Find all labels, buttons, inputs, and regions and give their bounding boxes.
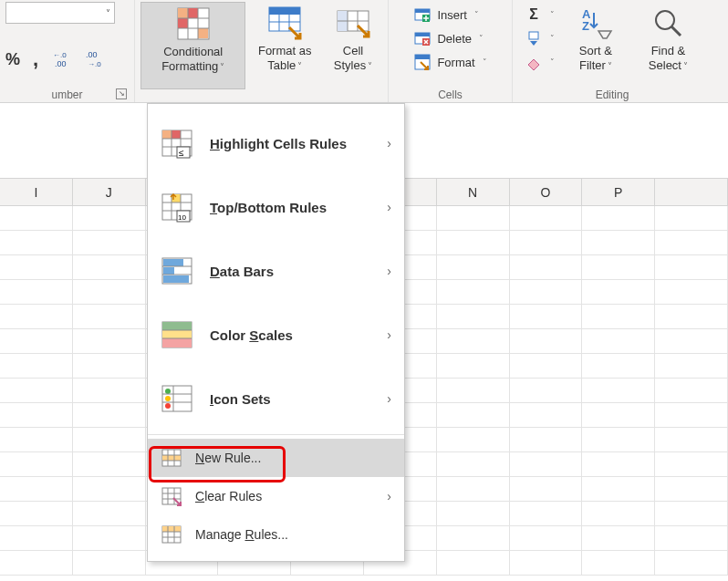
cell[interactable] (437, 379, 510, 403)
cell[interactable] (510, 452, 583, 477)
column-header[interactable]: J (73, 179, 146, 206)
cell[interactable] (437, 403, 510, 428)
autosum-button[interactable]: Σ˅ (522, 4, 557, 26)
cell[interactable] (437, 305, 510, 329)
cell[interactable] (437, 452, 510, 477)
cell[interactable] (582, 403, 655, 428)
cell[interactable] (655, 551, 728, 576)
cell[interactable] (73, 280, 146, 305)
cell[interactable] (655, 452, 728, 477)
cell[interactable] (582, 255, 655, 280)
find-select-button[interactable]: Find & Select˅ (630, 2, 706, 89)
cell[interactable] (0, 502, 73, 526)
conditional-formatting-button[interactable]: Conditional Formatting˅ (140, 2, 245, 89)
cell[interactable] (0, 477, 73, 502)
cell[interactable] (73, 231, 146, 255)
decrease-decimal-button[interactable]: .00→.0 (84, 48, 109, 70)
cell[interactable] (510, 231, 583, 255)
menu-data-bars[interactable]: Data Bars › (148, 239, 404, 303)
cell[interactable] (437, 329, 510, 354)
menu-color-scales[interactable]: Color Scales › (148, 303, 404, 367)
cell[interactable] (655, 403, 728, 428)
cell[interactable] (0, 526, 73, 551)
cell[interactable] (655, 477, 728, 502)
cell[interactable] (437, 428, 510, 452)
menu-manage-rules[interactable]: Manage Rules... (148, 515, 404, 554)
cell[interactable] (510, 477, 583, 502)
cell[interactable] (437, 502, 510, 526)
menu-top-bottom-rules[interactable]: 10 Top/Bottom Rules › (148, 175, 404, 239)
menu-new-rule[interactable]: New Rule... (148, 439, 404, 477)
cell[interactable] (0, 354, 73, 379)
cell[interactable] (73, 477, 146, 502)
insert-button[interactable]: Insert˅ (411, 4, 489, 26)
cell[interactable] (582, 502, 655, 526)
number-format-combo[interactable]: ˅ (5, 2, 115, 24)
cell[interactable] (510, 305, 583, 329)
cell[interactable] (582, 526, 655, 551)
column-header[interactable] (655, 179, 728, 206)
format-as-table-button[interactable]: Format as Table˅ (245, 2, 324, 89)
number-group-launcher[interactable]: ↘ (116, 88, 127, 99)
cell[interactable] (655, 255, 728, 280)
cell[interactable] (437, 255, 510, 280)
clear-button[interactable]: ˅ (522, 51, 557, 73)
cell[interactable] (0, 551, 73, 576)
cell[interactable] (0, 206, 73, 231)
cell[interactable] (655, 231, 728, 255)
column-header[interactable]: N (437, 179, 510, 206)
cell[interactable] (510, 206, 583, 231)
cell[interactable] (655, 280, 728, 305)
cell[interactable] (510, 403, 583, 428)
cell[interactable] (582, 280, 655, 305)
cell-styles-button[interactable]: Cell Styles˅ (324, 2, 382, 89)
cell[interactable] (0, 428, 73, 452)
cell[interactable] (582, 452, 655, 477)
format-button[interactable]: Format˅ (411, 51, 489, 73)
menu-highlight-cells-rules[interactable]: ≤ Highlight Cells Rules › (148, 111, 404, 175)
cell[interactable] (655, 526, 728, 551)
increase-decimal-button[interactable]: ←.0.00 (51, 48, 77, 70)
cell[interactable] (582, 329, 655, 354)
comma-style-button[interactable]: , (33, 47, 38, 71)
cell[interactable] (437, 354, 510, 379)
cell[interactable] (582, 428, 655, 452)
menu-icon-sets[interactable]: Icon Sets › (148, 367, 404, 431)
cell[interactable] (73, 354, 146, 379)
cell[interactable] (0, 255, 73, 280)
cell[interactable] (73, 551, 146, 576)
cell[interactable] (437, 280, 510, 305)
cell[interactable] (510, 502, 583, 526)
cell[interactable] (655, 379, 728, 403)
cell[interactable] (582, 305, 655, 329)
cell[interactable] (582, 551, 655, 576)
cell[interactable] (582, 354, 655, 379)
cell[interactable] (655, 329, 728, 354)
cell[interactable] (655, 305, 728, 329)
column-header[interactable]: I (0, 179, 73, 206)
menu-clear-rules[interactable]: Clear Rules › (148, 477, 404, 515)
cell[interactable] (582, 231, 655, 255)
cell[interactable] (73, 428, 146, 452)
cell[interactable] (510, 329, 583, 354)
cell[interactable] (655, 428, 728, 452)
cell[interactable] (437, 206, 510, 231)
cell[interactable] (510, 354, 583, 379)
cell[interactable] (73, 526, 146, 551)
cell[interactable] (582, 379, 655, 403)
cell[interactable] (582, 206, 655, 231)
column-header[interactable]: O (510, 179, 583, 206)
cell[interactable] (73, 329, 146, 354)
cell[interactable] (73, 305, 146, 329)
cell[interactable] (510, 428, 583, 452)
cell[interactable] (0, 280, 73, 305)
percent-style-button[interactable]: % (5, 50, 20, 69)
cell[interactable] (510, 551, 583, 576)
cell[interactable] (437, 477, 510, 502)
sort-filter-button[interactable]: A Z Sort & Filter˅ (561, 2, 630, 89)
cell[interactable] (73, 255, 146, 280)
cell[interactable] (73, 379, 146, 403)
cell[interactable] (510, 526, 583, 551)
cell[interactable] (510, 379, 583, 403)
fill-button[interactable]: ˅ (522, 27, 557, 49)
